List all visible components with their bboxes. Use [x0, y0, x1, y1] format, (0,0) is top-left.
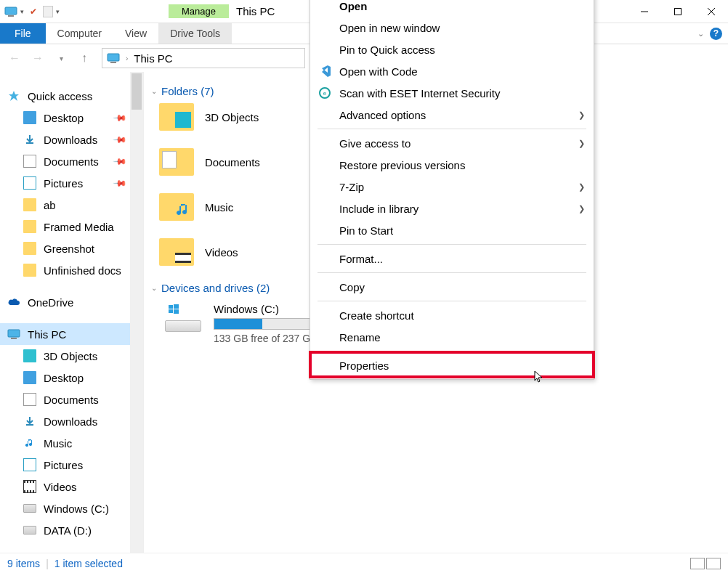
context-menu-item-pin-to-quick-access[interactable]: Pin to Quick access [310, 38, 594, 60]
svg-rect-14 [174, 309, 179, 314]
folder-label: Videos [205, 246, 238, 259]
sidebar-quick-access[interactable]: Quick access [0, 85, 130, 107]
context-menu-label: Restore previous versions [339, 159, 465, 171]
context-menu-label: Advanced options [339, 109, 426, 121]
context-menu-item-advanced-options[interactable]: Advanced options❯ [310, 104, 594, 126]
context-menu-item-create-shortcut[interactable]: Create shortcut [310, 304, 594, 326]
help-icon[interactable]: ? [710, 28, 722, 40]
qat-properties-icon[interactable]: ✔ [27, 5, 40, 18]
minimize-button[interactable] [628, 0, 661, 23]
context-menu-item-include-in-library[interactable]: Include in library❯ [310, 198, 594, 219]
context-menu-item-open-with-code[interactable]: Open with Code [310, 60, 594, 82]
window-controls [628, 0, 728, 23]
context-menu-item-pin-to-start[interactable]: Pin to Start [310, 219, 594, 241]
drive-icon [163, 303, 203, 332]
sidebar-item-label: This PC [28, 328, 66, 341]
sidebar-this-pc[interactable]: This PC [0, 323, 130, 345]
recent-dropdown-icon[interactable]: ▾ [51, 48, 71, 68]
sidebar-item-data-d[interactable]: DATA (D:) [0, 519, 130, 541]
sidebar-item-framed-media[interactable]: Framed Media [0, 216, 130, 237]
sidebar-item-greenshot[interactable]: Greenshot [0, 237, 130, 259]
scrollbar-thumb[interactable] [132, 73, 142, 110]
sidebar-item-label: Downloads [44, 415, 97, 428]
back-button[interactable]: ← [4, 48, 25, 68]
sidebar-item-ab[interactable]: ab [0, 194, 130, 216]
expand-ribbon-icon[interactable]: ⌄ [697, 29, 704, 38]
tab-computer[interactable]: Computer [46, 23, 113, 44]
chevron-down-icon: ⌄ [151, 284, 157, 292]
group-label: Devices and drives (2) [161, 282, 270, 294]
svg-rect-0 [5, 7, 17, 15]
context-menu-item-copy[interactable]: Copy [310, 276, 594, 298]
sidebar-scrollbar[interactable] [130, 72, 143, 553]
context-menu-item-give-access-to[interactable]: Give access to❯ [310, 132, 594, 154]
manage-tab[interactable]: Manage [169, 4, 229, 18]
context-menu-label: Copy [339, 281, 365, 293]
drive-windows-c[interactable]: Windows (C:) 133 GB free of 237 GB [158, 298, 328, 349]
svg-rect-7 [110, 62, 116, 63]
tab-drive-tools[interactable]: Drive Tools [158, 23, 232, 44]
sidebar-item-unfinished[interactable]: Unfinished docs [0, 259, 130, 281]
sidebar-item-pictures[interactable]: Pictures [0, 454, 130, 476]
pin-icon: 📌 [113, 176, 128, 191]
context-menu-item-format[interactable]: Format... [310, 248, 594, 269]
address-bar[interactable]: › This PC [102, 48, 305, 68]
sidebar-item-pictures[interactable]: Pictures 📌 [0, 172, 130, 194]
up-button[interactable]: ↑ [74, 48, 94, 68]
sidebar-item-documents[interactable]: Documents [0, 389, 130, 410]
tab-view[interactable]: View [113, 23, 158, 44]
sidebar-item-downloads[interactable]: Downloads [0, 410, 130, 432]
qat-customize-icon[interactable]: ▾ [56, 8, 60, 15]
context-menu-item-scan-with-eset-internet-security[interactable]: eScan with ESET Internet Security [310, 82, 594, 104]
sidebar-item-windows-c[interactable]: Windows (C:) [0, 497, 130, 519]
sidebar-item-label: Framed Media [44, 221, 114, 233]
tab-file[interactable]: File [0, 23, 46, 44]
chevron-right-icon: ❯ [578, 204, 585, 214]
drive-usage-bar [214, 318, 324, 330]
context-menu-separator [318, 351, 586, 351]
context-menu-label: 7-Zip [339, 181, 364, 193]
context-menu-item-open-in-new-window[interactable]: Open in new window [310, 17, 594, 38]
qat-new-icon[interactable] [43, 6, 53, 17]
pictures-icon [23, 458, 36, 471]
maximize-button[interactable] [661, 0, 695, 23]
folder-icon [158, 237, 195, 267]
downloads-icon [23, 415, 36, 428]
context-menu-item-restore-previous-versions[interactable]: Restore previous versions [310, 154, 594, 176]
sidebar-item-desktop[interactable]: Desktop 📌 [0, 107, 130, 129]
context-menu-item-open[interactable]: Open [310, 0, 594, 17]
svg-rect-6 [108, 54, 119, 61]
chevron-right-icon[interactable]: › [126, 54, 128, 62]
drive-icon [23, 504, 36, 513]
sidebar-item-downloads[interactable]: Downloads 📌 [0, 129, 130, 150]
sidebar-item-documents[interactable]: Documents 📌 [0, 150, 130, 172]
sidebar-item-label: Desktop [44, 112, 84, 124]
context-menu-item-rename[interactable]: Rename [310, 326, 594, 348]
desktop-icon [23, 371, 36, 384]
folder-label: 3D Objects [205, 111, 259, 123]
svg-rect-10 [11, 338, 17, 339]
context-menu-label: Open with Code [339, 65, 418, 78]
large-icons-view-button[interactable] [706, 558, 721, 569]
forward-button[interactable]: → [28, 48, 48, 68]
folder-icon [158, 102, 195, 132]
context-menu: OpenOpen in new windowPin to Quick acces… [310, 0, 594, 380]
sidebar-item-label: Videos [44, 481, 77, 493]
drive-name: Windows (C:) [214, 303, 324, 315]
sidebar-onedrive[interactable]: OneDrive [0, 291, 130, 313]
sidebar-item-videos[interactable]: Videos [0, 476, 130, 497]
sidebar-item-3d-objects[interactable]: 3D Objects [0, 345, 130, 367]
context-menu-item-properties[interactable]: Properties [310, 354, 594, 376]
sidebar-item-music[interactable]: Music [0, 432, 130, 454]
breadcrumb[interactable]: This PC [134, 52, 172, 65]
qat-dropdown-icon[interactable]: ▾ [20, 8, 24, 15]
sidebar-item-label: Music [44, 437, 72, 450]
close-button[interactable] [695, 0, 728, 23]
context-menu-label: Give access to [339, 137, 410, 150]
chevron-right-icon: ❯ [578, 139, 585, 148]
sidebar-item-label: Quick access [28, 90, 92, 102]
sidebar-item-desktop[interactable]: Desktop [0, 367, 130, 389]
chevron-down-icon: ⌄ [151, 87, 157, 95]
details-view-button[interactable] [690, 558, 705, 569]
context-menu-item-7-zip[interactable]: 7-Zip❯ [310, 176, 594, 198]
